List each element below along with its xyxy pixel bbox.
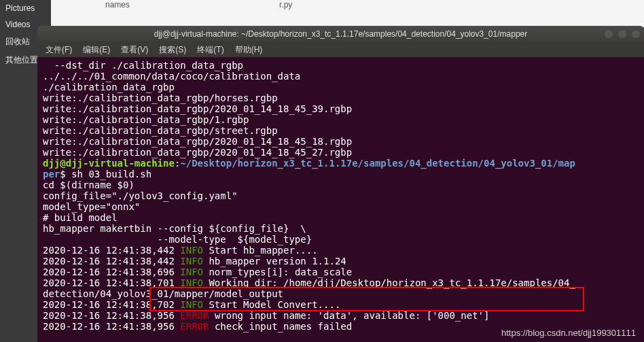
titlebar[interactable]: djj@djj-virtual-machine: ~/Desktop/horiz… [37, 26, 644, 42]
terminal-line: model_type="onnx" [43, 201, 140, 212]
log-msg: check_input_names failed [209, 321, 352, 332]
terminal-line: write:./calibration_data_rgbp/2020_01_14… [43, 147, 352, 158]
file-manager-content: names r.py [51, 0, 644, 27]
timestamp: 2020-12-16 12:41:38,442 [43, 245, 180, 256]
terminal-line: write:./calibration_data_rgbp/horses.rgb… [43, 92, 278, 103]
terminal-line: write:./calibration_data_rgbp/2020_01_14… [43, 103, 352, 114]
menu-view[interactable]: 查看(V) [115, 43, 154, 57]
timestamp: 2020-12-16 12:41:38,956 [43, 310, 180, 321]
log-msg: wrong input name: 'data', available: ['0… [209, 310, 489, 321]
log-level-info: INFO [180, 267, 203, 277]
minimize-button[interactable] [605, 30, 613, 38]
terminal-line: # build model [43, 212, 118, 223]
sidebar-item-pictures[interactable]: Pictures [0, 0, 51, 16]
log-msg: Working dir: /home/djj/Desktop/horizon_x… [203, 277, 575, 288]
log-msg: norm_types[i]: data_scale [203, 267, 352, 277]
menu-file[interactable]: 文件(F) [40, 43, 77, 57]
timestamp: 2020-12-16 12:41:38,956 [43, 321, 180, 332]
timestamp: 2020-12-16 12:41:38,701 [43, 277, 180, 288]
menubar: 文件(F) 编辑(E) 查看(V) 搜索(S) 终端(T) 帮助(H) [37, 42, 644, 57]
log-level-info: INFO [180, 277, 203, 288]
file-item[interactable]: r.py [279, 0, 292, 10]
log-msg: Start hb_mapper.... [203, 245, 318, 256]
menu-search[interactable]: 搜索(S) [154, 43, 192, 57]
timestamp: 2020-12-16 12:41:38,696 [43, 267, 180, 277]
file-item[interactable]: names [105, 0, 130, 10]
prompt-path: ~/Desktop/horizon_x3_tc_1.1.17e/samples/… [180, 158, 575, 169]
terminal-window: djj@djj-virtual-machine: ~/Desktop/horiz… [37, 26, 644, 342]
terminal-line: write:./calibration_data_rgbp/1.rgbp [43, 114, 249, 125]
log-msg-cont: detection/04_yolov3_01/mapper/model_outp… [43, 288, 283, 299]
terminal-line: ../../../01_common/data/coco/calibration… [43, 71, 300, 82]
terminal-line: write:./calibration_data_rgbp/street.rgb… [43, 125, 278, 136]
log-level-error: ERROR [180, 321, 209, 332]
terminal-line: config_file="./yolov3_config.yaml" [43, 190, 238, 201]
terminal-line: --model-type ${model_type} [43, 234, 312, 245]
menu-terminal[interactable]: 终端(T) [192, 43, 229, 57]
log-level-info: INFO [180, 245, 203, 256]
log-level-info: INFO [180, 256, 203, 267]
window-title: djj@djj-virtual-machine: ~/Desktop/horiz… [154, 29, 528, 39]
watermark: https://blog.csdn.net/djj199301111 [501, 328, 636, 338]
log-level-info: INFO [180, 299, 203, 310]
prompt-dollar: $ [60, 169, 71, 179]
log-level-error: ERROR [180, 310, 209, 321]
log-msg: Start Model Convert.... [203, 299, 340, 310]
command: sh 03_build.sh [71, 169, 151, 179]
prompt-path2: per [43, 169, 60, 179]
terminal-line: hb_mapper makertbin --config ${config_fi… [43, 223, 306, 234]
menu-edit[interactable]: 编辑(E) [77, 43, 115, 57]
terminal-body[interactable]: --dst_dir ./calibration_data_rgbp ../../… [37, 57, 644, 342]
terminal-line: --dst_dir ./calibration_data_rgbp [43, 60, 243, 71]
terminal-line: cd $(dirname $0) [43, 179, 135, 190]
terminal-line: write:./calibration_data_rgbp/2020_01_14… [43, 136, 352, 147]
menu-help[interactable]: 帮助(H) [230, 43, 268, 57]
terminal-line: ./calibration_data_rgbp [43, 82, 175, 92]
maximize-button[interactable] [618, 30, 626, 38]
timestamp: 2020-12-16 12:41:38,702 [43, 299, 180, 310]
prompt-user: djj@djj-virtual-machine [43, 158, 175, 169]
log-msg: hb_mapper version 1.1.24 [203, 256, 346, 267]
timestamp: 2020-12-16 12:41:38,442 [43, 256, 180, 267]
close-button[interactable] [632, 30, 640, 38]
